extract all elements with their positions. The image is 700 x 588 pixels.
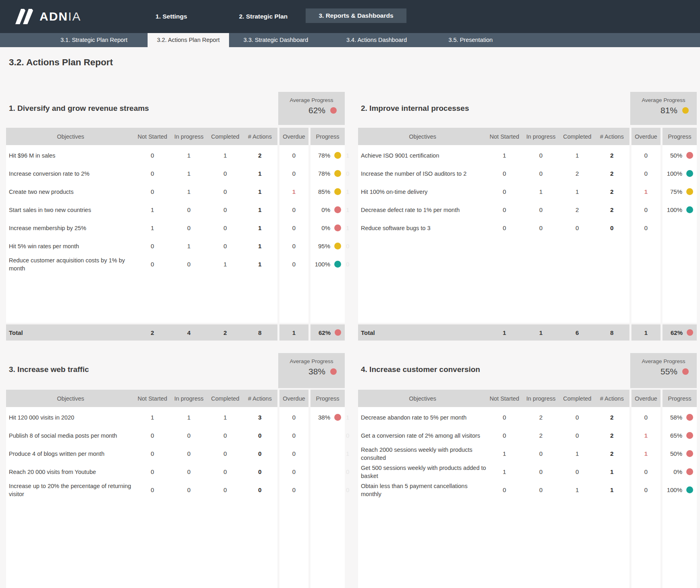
total-row-main: Total1168 bbox=[358, 324, 629, 341]
average-progress-value-row: 62% bbox=[278, 106, 345, 115]
not-started-cell: 0 bbox=[135, 243, 170, 249]
not-started-cell: 0 bbox=[135, 432, 170, 439]
nav-tab-1-settings[interactable]: 1. Settings bbox=[143, 0, 200, 33]
actions-count-cell: 2 bbox=[242, 152, 277, 159]
actions-count-cell: 2 bbox=[594, 188, 629, 195]
column-header-not-started: Not Started bbox=[487, 395, 522, 402]
status-dot-red bbox=[334, 224, 341, 231]
in-progress-cell: 0 bbox=[522, 486, 560, 493]
total-actions: 8 bbox=[242, 329, 277, 336]
status-dot-red bbox=[334, 206, 341, 213]
total-progress-value: 62% bbox=[319, 329, 331, 336]
not-started-cell: 0 bbox=[487, 170, 522, 177]
in-progress-cell: 0 bbox=[170, 224, 208, 231]
objective-cell: Decrease defect rate to 1% per month bbox=[358, 206, 487, 214]
table-row: Obtain less than 5 payment cancellations… bbox=[358, 481, 697, 499]
completed-cell: 2 bbox=[560, 170, 594, 177]
progress-cell: 100% bbox=[662, 206, 697, 213]
objective-cell: Increase membership by 25% bbox=[6, 224, 135, 232]
average-progress-label: Average Progress bbox=[630, 97, 697, 103]
sub-nav-tab-3-3-strategic-dashboard[interactable]: 3.3. Strategic Dashboard bbox=[229, 33, 323, 47]
total-in-progress: 4 bbox=[170, 329, 208, 336]
status-dot-red bbox=[686, 152, 693, 159]
sub-nav-tab-3-5-presentation[interactable]: 3.5. Presentation bbox=[431, 33, 510, 47]
average-progress-value-row: 55% bbox=[630, 367, 697, 376]
objective-cell: Achieve ISO 9001 certification bbox=[358, 152, 487, 160]
status-dot-red bbox=[686, 450, 693, 457]
helper-digit: 1 bbox=[346, 183, 356, 201]
nav-tab-3-reports-dashboards[interactable]: 3. Reports & Dashboards bbox=[306, 8, 406, 23]
progress-cell: 78% bbox=[310, 152, 345, 159]
column-header-not-started: Not Started bbox=[135, 395, 170, 402]
in-progress-cell: 0 bbox=[522, 450, 560, 457]
section-title: 3. Increase web traffic bbox=[9, 365, 89, 374]
top-nav-bar: ADNIA 1. Settings2. Strategic Plan3. Rep… bbox=[0, 0, 700, 33]
progress-cell: 0% bbox=[310, 206, 345, 213]
average-progress-value: 38% bbox=[308, 367, 325, 376]
status-dot-red bbox=[330, 368, 337, 375]
overdue-cell: 0 bbox=[631, 486, 660, 493]
actions-count-cell: 1 bbox=[242, 188, 277, 195]
objective-cell: Reduce software bugs to 3 bbox=[358, 224, 487, 232]
column-header-in-progress: In progress bbox=[522, 395, 560, 402]
progress-value: 100% bbox=[667, 170, 682, 177]
helper-digit bbox=[698, 408, 700, 426]
nav-tab-2-strategic-plan[interactable]: 2. Strategic Plan bbox=[227, 0, 300, 33]
actions-count-cell: 2 bbox=[594, 170, 629, 177]
table-row: Hit 100% on-time delivery0112175% bbox=[358, 183, 697, 201]
section-title: 1. Diversify and grow revenue streams bbox=[9, 104, 149, 113]
overdue-cell: 0 bbox=[279, 468, 308, 475]
total-completed: 6 bbox=[560, 329, 594, 336]
table-row: Reduce software bugs to 300000 bbox=[358, 219, 697, 237]
sub-nav-tab-3-4-actions-dashboard[interactable]: 3.4. Actions Dashboard bbox=[323, 33, 431, 47]
average-progress-value: 81% bbox=[660, 106, 677, 115]
column-header-objectives: Objectives bbox=[358, 133, 487, 140]
total-label: Total bbox=[358, 329, 487, 336]
status-dot-yellow bbox=[334, 170, 341, 177]
in-progress-cell: 0 bbox=[170, 432, 208, 439]
overdue-cell: 0 bbox=[631, 152, 660, 159]
column-header-not-started: Not Started bbox=[487, 133, 522, 140]
average-progress-box: Average Progress81% bbox=[630, 92, 697, 125]
overdue-cell: 0 bbox=[279, 261, 308, 268]
table-header-main: ObjectivesNot StartedIn progressComplete… bbox=[358, 128, 629, 145]
progress-cell: 50% bbox=[662, 450, 697, 457]
helper-digits bbox=[698, 408, 700, 499]
total-row-main: Total2428 bbox=[6, 324, 277, 341]
actions-count-cell: 0 bbox=[242, 432, 277, 439]
sub-nav-tab-3-1-strategic-plan-report[interactable]: 3.1. Strategic Plan Report bbox=[40, 33, 148, 47]
column-header-progress: Progress bbox=[310, 390, 345, 407]
average-progress-box: Average Progress55% bbox=[630, 353, 697, 388]
column-header-overdue: Overdue bbox=[631, 390, 660, 407]
status-dot-yellow bbox=[334, 152, 341, 159]
helper-digit: 0 bbox=[346, 255, 356, 273]
progress-value: 100% bbox=[667, 486, 682, 493]
helper-digit: 1 bbox=[346, 445, 356, 463]
column-header-overdue: Overdue bbox=[279, 128, 308, 145]
not-started-cell: 1 bbox=[487, 450, 522, 457]
overdue-cell: 0 bbox=[631, 206, 660, 213]
overdue-cell: 0 bbox=[279, 414, 308, 421]
column-header-progress: Progress bbox=[662, 128, 697, 145]
page-title: 3.2. Actions Plan Report bbox=[9, 57, 113, 68]
section-4: 4. Increase customer conversionAverage P… bbox=[358, 350, 697, 588]
in-progress-cell: 0 bbox=[170, 206, 208, 213]
column-header-completed: Completed bbox=[560, 395, 594, 402]
actions-count-cell: 1 bbox=[242, 170, 277, 177]
completed-cell: 0 bbox=[208, 432, 242, 439]
not-started-cell: 0 bbox=[135, 170, 170, 177]
objective-cell: Produce 4 of blogs written per month bbox=[6, 450, 135, 458]
average-progress-value: 55% bbox=[660, 367, 677, 376]
not-started-cell: 0 bbox=[487, 486, 522, 493]
sub-nav-tab-3-2-actions-plan-report[interactable]: 3.2. Actions Plan Report bbox=[148, 33, 229, 47]
table-row: Start sales in two new countries100100% bbox=[6, 201, 345, 219]
overdue-cell: 1 bbox=[631, 188, 660, 195]
not-started-cell: 0 bbox=[487, 224, 522, 231]
overdue-cell: 0 bbox=[279, 486, 308, 493]
logo-text-bold: ADN bbox=[40, 10, 68, 23]
table-row: Achieve ISO 9001 certification1012050% bbox=[358, 146, 697, 164]
progress-cell: 0% bbox=[662, 468, 697, 475]
overdue-cell: 0 bbox=[631, 224, 660, 231]
column-header-actions: # Actions bbox=[594, 395, 629, 402]
overdue-cell: 0 bbox=[279, 170, 308, 177]
